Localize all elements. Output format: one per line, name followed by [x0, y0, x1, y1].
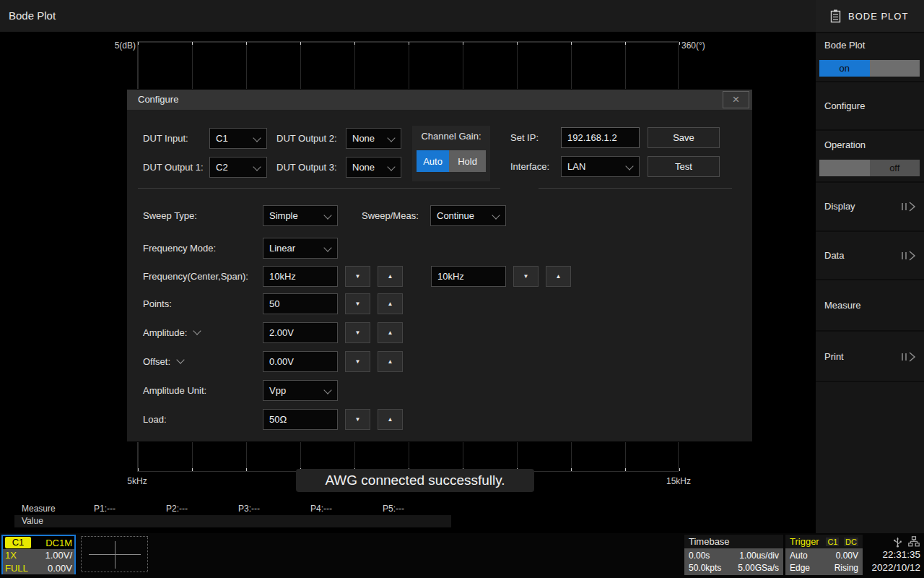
trigger-descriptor[interactable]: Trigger C1 DC Auto 0.00V Edge Rising — [785, 535, 863, 575]
frequency-mode-dropdown[interactable]: Linear — [263, 238, 338, 259]
timebase-points: 50.0kpts — [689, 563, 721, 573]
chevron-down-icon — [387, 163, 395, 171]
sidebar-item-measure[interactable]: Measure — [816, 280, 924, 330]
bode-plot-toggle[interactable]: on — [819, 60, 920, 77]
sweep-meas-dropdown[interactable]: Continue — [430, 205, 506, 226]
dut-input-dropdown[interactable]: C1 — [209, 128, 267, 149]
operation-toggle-label: Operation — [824, 139, 866, 150]
amplitude-label[interactable]: Amplitude: — [143, 322, 200, 343]
dut-output1-label: DUT Output 1: — [143, 157, 204, 178]
divider — [539, 188, 732, 189]
load-label: Load: — [143, 409, 167, 430]
sidebar-item-display[interactable]: Display — [816, 183, 924, 230]
operation-toggle[interactable]: off — [819, 160, 920, 176]
triangle-up-icon: ▲ — [388, 273, 393, 280]
frequency-center-decrement-button[interactable]: ▼ — [345, 266, 370, 287]
sweep-type-label: Sweep Type: — [143, 205, 197, 226]
load-input[interactable]: 50Ω — [263, 409, 338, 430]
amplitude-input[interactable]: 2.00V — [263, 322, 338, 343]
channel-gain-auto-button[interactable]: Auto — [417, 150, 449, 172]
amplitude-decrement-button[interactable]: ▼ — [345, 322, 370, 343]
points-input[interactable]: 50 — [263, 293, 338, 314]
frequency-center-increment-button[interactable]: ▲ — [378, 266, 403, 287]
measure-label: Measure — [824, 300, 861, 311]
plus-icon — [115, 541, 116, 569]
dut-output2-dropdown[interactable]: None — [346, 128, 401, 149]
dialog-titlebar[interactable]: Configure × — [127, 90, 752, 110]
display-label: Display — [824, 201, 855, 212]
toggle-on-segment: on — [819, 60, 870, 77]
usb-icon — [893, 536, 902, 548]
timebase-descriptor[interactable]: Timebase 0.00s 1.00us/div 50.0kpts 5.00G… — [684, 535, 783, 575]
close-icon[interactable]: × — [723, 91, 749, 108]
points-decrement-button[interactable]: ▼ — [345, 293, 370, 314]
measure-strip-title: Measure — [22, 504, 56, 514]
clock-date: 2022/10/12 — [871, 562, 920, 573]
frequency-span-increment-button[interactable]: ▲ — [546, 266, 571, 287]
submenu-arrow-icon — [901, 352, 918, 362]
triangle-down-icon: ▼ — [355, 301, 361, 307]
triangle-down-icon: ▼ — [523, 273, 529, 280]
clock-zone: 22:31:35 2022/10/12 — [864, 533, 924, 578]
sidebar-item-print[interactable]: Print — [816, 332, 924, 381]
triangle-up-icon: ▲ — [388, 416, 393, 423]
save-button[interactable]: Save — [648, 127, 720, 148]
dut-output3-dropdown[interactable]: None — [346, 157, 401, 178]
set-ip-input[interactable]: 192.168.1.2 — [561, 127, 640, 148]
configure-label: Configure — [824, 100, 865, 111]
test-button[interactable]: Test — [648, 156, 720, 177]
triangle-down-icon: ▼ — [355, 273, 361, 280]
dut-output1-dropdown[interactable]: C2 — [209, 157, 267, 178]
menu-title: BODE PLOT — [848, 11, 908, 22]
dut-output1-value: C2 — [216, 162, 228, 173]
measure-slot-p3: P3:--- — [238, 504, 260, 514]
points-increment-button[interactable]: ▲ — [378, 293, 403, 314]
divider — [138, 188, 500, 189]
dut-output2-value: None — [352, 133, 375, 144]
configure-dialog: Configure × DUT Input: C1 DUT Output 2: … — [126, 89, 753, 442]
frequency-span-decrement-button[interactable]: ▼ — [513, 266, 539, 287]
channel1-coupling: DC1M — [45, 538, 72, 548]
interface-dropdown[interactable]: LAN — [561, 156, 640, 177]
offset-decrement-button[interactable]: ▼ — [345, 351, 370, 372]
sweep-meas-value: Continue — [437, 210, 474, 221]
triangle-up-icon: ▲ — [388, 329, 393, 336]
chevron-down-icon — [323, 386, 331, 394]
add-channel-button[interactable] — [81, 536, 148, 572]
amplitude-unit-dropdown[interactable]: Vpp — [263, 380, 338, 401]
measure-slot-p4: P4:--- — [310, 504, 332, 514]
channel-gain-panel: Channel Gain: Auto Hold — [412, 126, 490, 181]
load-increment-button[interactable]: ▲ — [378, 409, 403, 430]
triangle-up-icon: ▲ — [388, 358, 393, 365]
chevron-down-icon — [176, 355, 184, 363]
sidebar-item-data[interactable]: Data — [816, 232, 924, 279]
frequency-mode-label: Frequency Mode: — [143, 238, 216, 259]
offset-input[interactable]: 0.00V — [263, 351, 338, 372]
bode-plot-toggle-label: Bode Plot — [824, 40, 865, 51]
clock-time: 22:31:35 — [882, 549, 920, 560]
frequency-span-input[interactable]: 10kHz — [431, 266, 506, 287]
sidebar-item-configure[interactable]: Configure — [816, 82, 924, 129]
channel1-scale: 1.00V/ — [45, 550, 72, 561]
amplitude-increment-button[interactable]: ▲ — [378, 322, 403, 343]
toggle-on-segment — [819, 160, 870, 176]
channel1-descriptor[interactable]: C1 DC1M 1X 1.00V/ FULL 0.00V — [1, 535, 76, 574]
chevron-down-icon — [387, 134, 395, 142]
y-axis-right-label: 360(°) — [681, 40, 705, 51]
timebase-title: Timebase — [684, 535, 783, 548]
chevron-down-icon — [323, 243, 331, 251]
measure-slot-p5: P5:--- — [383, 504, 404, 514]
triangle-up-icon: ▲ — [556, 273, 562, 280]
load-decrement-button[interactable]: ▼ — [345, 409, 370, 430]
top-tick-marks — [138, 42, 680, 45]
offset-increment-button[interactable]: ▲ — [378, 351, 403, 372]
channel-gain-hold-button[interactable]: Hold — [449, 150, 486, 172]
page-title: Bode Plot — [9, 0, 56, 32]
frequency-center-input[interactable]: 10kHz — [263, 266, 338, 287]
channel1-probe: 1X — [5, 550, 17, 561]
offset-label[interactable]: Offset: — [143, 351, 183, 372]
sweep-type-dropdown[interactable]: Simple — [263, 205, 338, 226]
triangle-up-icon: ▲ — [388, 301, 393, 307]
set-ip-label: Set IP: — [510, 127, 539, 148]
channel1-bandwidth: FULL — [5, 563, 28, 574]
